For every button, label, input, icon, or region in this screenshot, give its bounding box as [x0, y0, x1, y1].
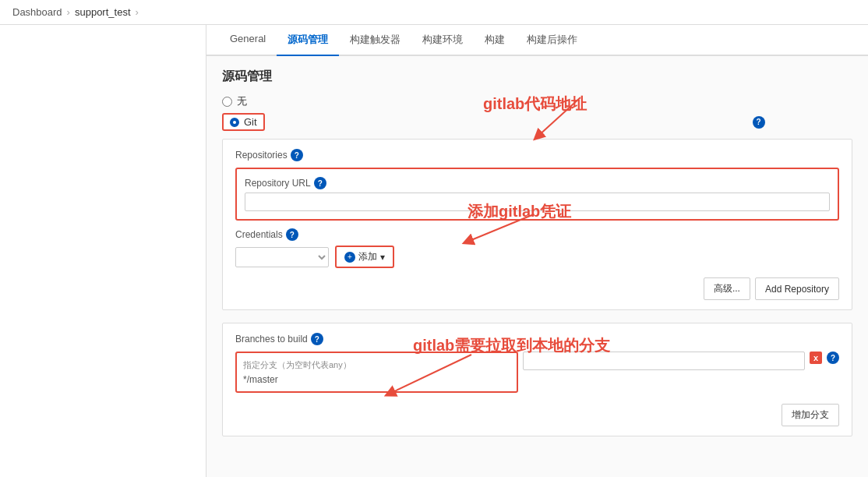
url-help-icon[interactable]: ?	[314, 177, 326, 189]
git-radio-icon	[230, 118, 239, 127]
breadcrumb-sep1: ›	[67, 6, 70, 18]
branch-row-help-icon[interactable]: ?	[827, 352, 839, 364]
sidebar	[0, 25, 206, 477]
radio-none[interactable]: 无	[222, 94, 852, 108]
add-btn-label: 添加	[358, 250, 377, 263]
credentials-help-icon[interactable]: ?	[286, 228, 298, 241]
section-title: 源码管理	[222, 69, 852, 85]
git-label: Git	[244, 116, 257, 128]
tab-env[interactable]: 构建环境	[411, 25, 474, 56]
add-repository-button[interactable]: Add Repository	[755, 277, 839, 300]
tab-post[interactable]: 构建后操作	[516, 25, 588, 56]
radio-none-label: 无	[237, 94, 247, 108]
credentials-section: Credentials ? + 添加	[235, 228, 839, 268]
git-box[interactable]: Git	[222, 113, 265, 131]
branch-row: 指定分支（为空时代表any） */master x ?	[235, 352, 839, 393]
credentials-label: Credentials ?	[235, 228, 839, 241]
branch-input-box: 指定分支（为空时代表any） */master	[235, 352, 518, 393]
radio-git-item: Git ?	[222, 113, 852, 131]
add-credentials-button[interactable]: + 添加 ▾	[335, 246, 394, 268]
breadcrumb-dashboard[interactable]: Dashboard	[12, 6, 62, 18]
tab-trigger[interactable]: 构建触发器	[339, 25, 411, 56]
tab-scm[interactable]: 源码管理	[277, 25, 339, 56]
credentials-label-text: Credentials	[235, 229, 283, 240]
add-branch-button[interactable]: 增加分支	[782, 404, 839, 426]
action-buttons: 高级... Add Repository	[235, 277, 839, 300]
tab-build[interactable]: 构建	[474, 25, 516, 56]
repository-url-input[interactable]	[245, 193, 830, 211]
tabs-bar: General 源码管理 构建触发器 构建环境 构建 构建后操作	[206, 25, 868, 56]
repositories-label-text: Repositories	[235, 150, 288, 161]
repositories-label: Repositories ?	[235, 149, 839, 161]
branch-input[interactable]	[523, 352, 804, 370]
branch-remove-button[interactable]: x	[810, 352, 822, 364]
branches-label-text: Branches to build	[235, 334, 308, 344]
radio-none-input[interactable]	[222, 97, 232, 107]
breadcrumb-sep2: ›	[136, 6, 139, 18]
url-label-text: Repository URL	[245, 178, 311, 189]
credentials-select[interactable]	[235, 247, 329, 267]
credentials-row: + 添加 ▾	[235, 246, 839, 268]
content-area: General 源码管理 构建触发器 构建环境 构建 构建后操作 源码管理 无	[206, 25, 868, 477]
tab-general[interactable]: General	[219, 25, 277, 56]
repositories-help-icon[interactable]: ?	[291, 149, 303, 161]
branches-section: Branches to build ? 指定分支（为空时代表any） */mas…	[222, 323, 852, 436]
branch-placeholder: 指定分支（为空时代表any）	[243, 359, 510, 371]
url-field-label: Repository URL ?	[245, 177, 830, 189]
branches-label: Branches to build ?	[235, 333, 839, 345]
add-btn-dropdown: ▾	[380, 252, 385, 263]
breadcrumb: Dashboard › support_test ›	[0, 0, 868, 25]
branch-value: */master	[243, 374, 510, 385]
advanced-button[interactable]: 高级...	[704, 277, 750, 300]
radio-group: 无 Git ?	[222, 94, 852, 131]
breadcrumb-project[interactable]: support_test	[75, 6, 131, 18]
repositories-panel: Repositories ? Repository URL ?	[222, 139, 852, 310]
repo-url-box: Repository URL ?	[235, 168, 839, 221]
scm-section: 源码管理 无 Git	[206, 56, 868, 449]
git-help-icon[interactable]: ?	[753, 116, 765, 129]
branches-help-icon[interactable]: ?	[311, 333, 323, 345]
add-icon: +	[344, 252, 355, 263]
